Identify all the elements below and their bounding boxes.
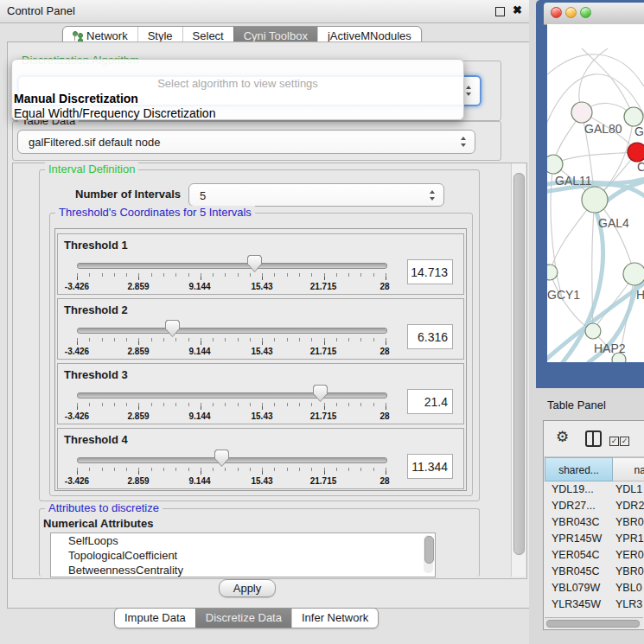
tab-discretize-data[interactable]: Discretize Data [195, 609, 291, 628]
label-ga: GA [634, 124, 644, 138]
columns-icon[interactable] [585, 430, 602, 447]
threshold-3-panel: Threshold 3 -3.426 2.859 9.144 15.43 21.… [57, 363, 464, 424]
tick-label: 28 [360, 476, 409, 486]
slider-minor-ticks [77, 338, 386, 341]
attributes-group-label: Attributes to discretize [45, 501, 163, 514]
threshold-1-value-field[interactable]: 14.713 [407, 259, 453, 284]
threshold-1-label: Threshold 1 [64, 239, 128, 252]
algorithm-dropdown-popup: Select algorithm to view settings Manual… [11, 59, 464, 120]
label-hap2: HAP2 [594, 341, 626, 355]
label-gal80: GAL80 [584, 122, 622, 136]
tick-label: 28 [360, 282, 409, 291]
table-panel-toolbar: ⚙ ✓ ✓ [544, 421, 644, 457]
minimize-traffic-light[interactable] [565, 7, 577, 18]
table-data-value: galFiltered.sif default node [29, 136, 160, 149]
zoom-traffic-light[interactable] [580, 7, 591, 18]
network-canvas[interactable]: GAL80 GA C GAL11 GAL4 GCY1 H HAP2 [547, 24, 644, 362]
node-gal4[interactable] [582, 187, 608, 213]
list-scrollbar[interactable] [424, 535, 433, 573]
threshold-3-label: Threshold 3 [64, 368, 128, 381]
cell-shared-name: YBL079W [552, 580, 612, 596]
cell-shared-name: YDR27... [552, 498, 612, 514]
option-equal-width-frequency[interactable]: Equal Width/Frequency Discretization [13, 106, 462, 120]
threshold-3-value-field[interactable]: 21.4 [407, 389, 453, 414]
tick-label: 2.859 [114, 411, 163, 421]
scrollbar-thumb[interactable] [546, 620, 640, 628]
threshold-4-label: Threshold 4 [64, 433, 128, 446]
label-gal4: GAL4 [598, 216, 629, 230]
cell-name: YDR2 [615, 498, 644, 514]
algorithm-placeholder: Select algorithm to view settings [12, 77, 463, 90]
tick-label: -3.426 [53, 476, 101, 486]
tick-label: 21.715 [299, 347, 348, 356]
list-item-selfloops[interactable]: SelfLoops [51, 533, 435, 548]
close-icon[interactable]: ✖ [513, 3, 522, 16]
vertical-scrollbar[interactable] [511, 163, 526, 577]
slider-thumb[interactable] [165, 320, 180, 337]
table-header-row: shared... name [545, 457, 644, 481]
node-gal80[interactable] [571, 102, 592, 123]
tick-label: 9.144 [175, 476, 224, 486]
column-header-name[interactable]: name [613, 457, 644, 481]
node-gal11[interactable] [547, 155, 563, 174]
cell-name: YLR3 [615, 596, 644, 613]
option-manual-discretization[interactable]: Manual Discretization [13, 92, 462, 105]
checkbox-icon[interactable]: ✓ [620, 437, 629, 446]
tick-label: -3.426 [53, 282, 101, 291]
node-red-selected[interactable] [628, 143, 644, 162]
thresholds-group-label: Threshold's Coordinates for 5 Intervals [55, 206, 255, 219]
slider-track[interactable] [77, 328, 387, 334]
spinner-arrows-icon [461, 137, 467, 147]
tick-label: -3.426 [53, 411, 101, 421]
slider-thumb[interactable] [313, 385, 328, 402]
tick-label: 21.715 [299, 476, 348, 486]
threshold-4-value-field[interactable]: 11.344 [407, 454, 453, 479]
slider-thumb[interactable] [247, 255, 262, 272]
scrollbar-thumb[interactable] [513, 173, 525, 555]
cell-shared-name: YPR145W [552, 531, 612, 547]
node-hap2[interactable] [585, 323, 601, 339]
close-traffic-light[interactable] [551, 7, 562, 18]
slider-track[interactable] [77, 392, 387, 399]
cell-name: YBR0 [615, 514, 644, 531]
tick-label: 9.144 [175, 411, 224, 421]
tick-label: 2.859 [114, 282, 163, 291]
float-window-icon[interactable] [495, 7, 505, 16]
node-h[interactable] [623, 263, 644, 285]
cell-shared-name: YDL19... [552, 481, 612, 498]
cell-name: YBR0 [615, 564, 644, 580]
node-ga[interactable] [624, 107, 643, 126]
tab-discretize-data-label: Discretize Data [206, 609, 282, 628]
bottom-tab-bar: Impute Data Discretize Data Infer Networ… [114, 608, 379, 628]
tab-impute-data[interactable]: Impute Data [115, 609, 195, 628]
tick-label: 21.715 [299, 282, 348, 291]
tick-label: 15.43 [238, 476, 286, 486]
checkbox-icon[interactable]: ✓ [609, 437, 619, 446]
cell-name: YER0 [615, 547, 644, 564]
gear-icon[interactable]: ⚙ [556, 428, 569, 446]
number-of-intervals-label: Number of Intervals [75, 188, 181, 201]
tick-label: 21.715 [299, 411, 348, 421]
label-gcy1: GCY1 [547, 288, 580, 302]
scrollbar-thumb[interactable] [424, 536, 434, 564]
list-item-betweennesscentrality[interactable]: BetweennessCentrality [51, 563, 435, 577]
tab-infer-network[interactable]: Infer Network [291, 609, 378, 628]
slider-track[interactable] [77, 263, 387, 269]
control-panel-titlebar: Control Panel ✖ [0, 0, 529, 23]
cell-shared-name: YBR043C [552, 514, 612, 531]
slider-track[interactable] [77, 457, 387, 463]
column-header-shared-name[interactable]: shared... [545, 457, 613, 481]
table-horizontal-scrollbar[interactable] [545, 617, 643, 628]
spinner-arrows-icon [466, 86, 472, 96]
network-window-titlebar[interactable] [544, 3, 644, 25]
node-gcy1[interactable] [547, 265, 558, 280]
list-item-topologicalcoefficient[interactable]: TopologicalCoefficient [51, 548, 435, 563]
tick-label: 15.43 [238, 282, 286, 291]
threshold-2-value-field[interactable]: 6.316 [407, 324, 453, 349]
slider-thumb[interactable] [214, 450, 229, 467]
apply-button[interactable]: Apply [219, 579, 276, 597]
tick-label: 28 [360, 411, 409, 421]
tick-label: -3.426 [53, 347, 101, 356]
number-of-intervals-combobox[interactable]: 5 [188, 183, 444, 207]
table-data-combobox[interactable]: galFiltered.sif default node [17, 130, 475, 154]
